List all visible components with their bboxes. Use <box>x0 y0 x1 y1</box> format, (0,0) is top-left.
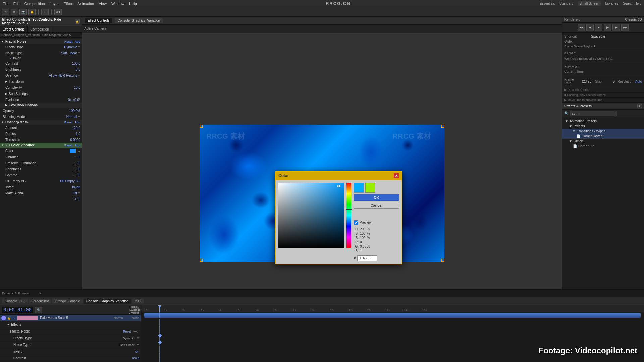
overflow-row[interactable]: Overflow Allow HDR Results ▼ <box>0 72 82 78</box>
vc-brightness-row[interactable]: Brightness 1.00 <box>0 166 82 172</box>
b-value[interactable]: 100 <box>360 236 366 240</box>
unsharp-mask-reset[interactable]: Reset <box>64 121 73 124</box>
playback-back-btn[interactable]: ◀ <box>586 24 594 31</box>
toggle-switches-btn[interactable]: Toggle Switches / Modes <box>131 307 139 313</box>
blending-mode-row[interactable]: Blending Mode Normal ▼ <box>0 114 82 120</box>
layer-invert[interactable]: Invert On <box>0 348 141 355</box>
keyframe-1[interactable] <box>158 334 162 337</box>
sub-settings-row[interactable]: ▶ Sub Settings <box>0 90 82 97</box>
workspace-standard[interactable]: Standard <box>560 2 574 5</box>
tab-effect-controls[interactable]: Effect Controls <box>0 26 28 32</box>
menu-layer[interactable]: Layer <box>50 2 59 6</box>
timeline-tab-4[interactable]: Console_Graphics_Variation <box>84 299 131 304</box>
h-value[interactable]: 200 <box>360 227 366 231</box>
timeline-tab-5[interactable]: PX2 <box>132 299 144 304</box>
transition-label-1[interactable]: Dynamic Soft Linear <box>2 292 29 295</box>
evolution-row[interactable]: Evolution 0x +0.0° <box>0 97 82 103</box>
menu-composition[interactable]: Composition <box>24 2 45 6</box>
timecode-display[interactable]: 0:00:01:00 <box>2 307 33 313</box>
tab-composition[interactable]: Composition <box>28 26 52 32</box>
menu-file[interactable]: File <box>3 2 9 6</box>
fractal-noise-reset-label[interactable]: Reset <box>123 330 131 333</box>
eyedropper-btn[interactable]: 🖊 <box>354 210 399 218</box>
menu-view[interactable]: View <box>99 2 107 6</box>
radius-row[interactable]: Radius 1.0 <box>0 131 82 137</box>
workspace-small-screen[interactable]: Small Screen <box>578 1 600 6</box>
color-dialog[interactable]: Color ✕ OK Cancel <box>275 171 402 264</box>
search-keyframe-btn[interactable]: 🔍 <box>35 307 42 313</box>
unsharp-mask-header[interactable]: ▼ Unsharp Mask Reset Abo <box>0 120 82 125</box>
color-row[interactable]: Color ↔ <box>0 148 82 154</box>
color-picker-gradient[interactable] <box>278 183 344 248</box>
corner-handle-bl[interactable] <box>200 259 203 262</box>
workspace-essentials[interactable]: Essentials <box>540 2 555 5</box>
timeline-track-area[interactable]: 0s 1s 2s 3s 4s 5s 6s 7s 8s 9s 10s 11s 12… <box>141 305 644 362</box>
easing-dropdown[interactable]: ▼ <box>39 292 42 295</box>
layer-fractal-type[interactable]: Fractal Type Dynamic ▼ <box>0 335 141 342</box>
preview-checkbox[interactable] <box>354 220 358 225</box>
hue-strip[interactable] <box>346 183 351 248</box>
corner-pin-item[interactable]: 📄 Corner Pin <box>562 144 644 149</box>
lock-panel-btn[interactable]: 🔒 <box>75 19 80 24</box>
fill-empty-bg-row[interactable]: Fill Empty BG Fill Empty BG <box>0 178 82 184</box>
s-value[interactable]: 100 <box>360 232 366 235</box>
keyframe-2[interactable] <box>158 340 162 344</box>
playback-play-btn[interactable]: ▶ <box>604 24 611 31</box>
vc-reset[interactable]: Reset <box>64 144 73 147</box>
fractal-noise-reset[interactable]: Reset <box>64 40 73 43</box>
corner-handle-tl[interactable] <box>200 125 203 128</box>
noise-type-timeline-arrow[interactable]: ▼ <box>137 343 139 346</box>
fractal-type-row[interactable]: Fractal Type Dynamic ▼ <box>0 44 82 50</box>
distort-folder[interactable]: ▼ Distort <box>562 139 644 144</box>
layer-vis-1[interactable] <box>1 316 6 320</box>
blue-value[interactable]: 1 <box>360 249 362 253</box>
vc-abo[interactable]: Abo <box>73 144 81 147</box>
playback-forward-btn[interactable]: ▶ <box>612 24 620 31</box>
tool-camera[interactable]: 📷 <box>19 9 27 15</box>
evolution-options-header[interactable]: ▶ Evolution Options <box>0 103 82 108</box>
comp-tab-composition[interactable]: Console_Graphics_Variation <box>115 18 163 23</box>
playback-next-btn[interactable]: ▶▶ <box>621 24 629 31</box>
new-color-swatch[interactable] <box>354 183 364 193</box>
layer-effects-group[interactable]: ▼ Effects <box>0 321 141 328</box>
timeline-tab-2[interactable]: ScreenShot <box>29 299 51 304</box>
corner-handle-br[interactable] <box>441 259 444 262</box>
menu-window[interactable]: Window <box>111 2 124 6</box>
menu-edit[interactable]: Edit <box>13 2 20 6</box>
r-value[interactable]: 0 <box>360 240 362 244</box>
color-arrows[interactable]: ↔ <box>77 149 80 153</box>
matte-alpha-row[interactable]: Matte Alpha Off ▼ <box>0 190 82 196</box>
g-value[interactable]: 0.6538 <box>360 245 370 248</box>
color-dialog-close-btn[interactable]: ✕ <box>394 173 399 178</box>
presets-folder[interactable]: ▼ Presets <box>562 124 644 129</box>
search-input[interactable] <box>570 111 617 116</box>
contrast-row[interactable]: Contrast 100.0 <box>0 60 82 66</box>
menu-animation[interactable]: Animation <box>77 2 94 6</box>
brightness-row[interactable]: Brightness 0.0 <box>0 66 82 72</box>
comp-tab-effect-controls[interactable]: Effect Controls <box>85 18 112 23</box>
search-help[interactable]: Search Help <box>623 2 641 5</box>
preserve-lum-row[interactable]: Preserve Luminance 1.00 <box>0 160 82 166</box>
timeline-tab-3[interactable]: Orange_Console <box>52 299 83 304</box>
timeline-tab-1[interactable]: Console_Gr... <box>2 299 28 304</box>
fractal-noise-header[interactable]: ▼ Fractal Noise Reset Abo <box>0 39 82 44</box>
layer-noise-type[interactable]: Noise Type Soft Linear ▼ <box>0 342 141 348</box>
noise-type-row[interactable]: Noise Type Soft Linear ▼ <box>0 50 82 56</box>
transform-row[interactable]: ▶ Transform <box>0 78 82 84</box>
corner-reveal-item[interactable]: 📄 Corner Reveal <box>562 134 644 139</box>
corner-handle-tr[interactable] <box>441 125 444 128</box>
vibrance-row[interactable]: Vibrance 1.00 <box>0 154 82 160</box>
tool-rotate[interactable]: ↺ <box>11 9 18 15</box>
workspace-libraries[interactable]: Libraries <box>605 2 618 5</box>
playhead[interactable] <box>159 305 160 312</box>
menu-help[interactable]: Help <box>129 2 137 6</box>
vc-color-vibrance-header[interactable]: ▼ VC Color Vibrance Reset Abo <box>0 143 82 148</box>
old-color-swatch[interactable] <box>365 183 375 193</box>
tool-3d[interactable]: 3D <box>54 9 62 15</box>
tool-pan[interactable]: ✋ <box>28 9 36 15</box>
layer-contrast[interactable]: Contrast 100.0 <box>0 355 141 362</box>
tool-select[interactable]: ↖ <box>2 9 9 15</box>
complexity-row[interactable]: Complexity 10.0 <box>0 84 82 90</box>
gamma-row[interactable]: Gamma 1.00 <box>0 172 82 178</box>
opacity-row[interactable]: Opacity 100.0% <box>0 108 82 114</box>
